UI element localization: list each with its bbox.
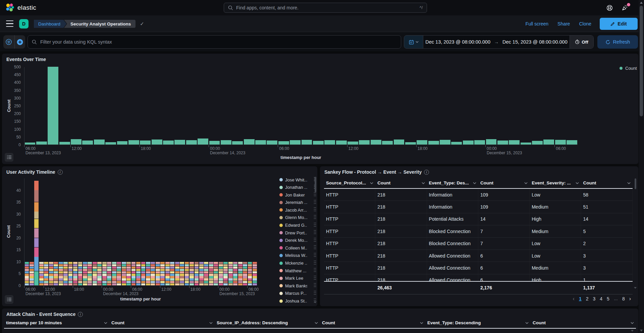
table-scroll-down-icon[interactable] (631, 330, 634, 332)
drag-handle-icon[interactable] (314, 192, 316, 198)
global-search-input[interactable]: Find apps, content, and more. ^/ (224, 3, 427, 13)
drag-handle-icon[interactable] (314, 200, 316, 206)
column-header[interactable]: Count (320, 318, 425, 328)
help-icon[interactable] (606, 4, 613, 11)
column-header[interactable]: Source_Protocol... (324, 178, 375, 188)
drag-handle-icon[interactable] (314, 245, 316, 251)
column-header[interactable]: timestamp per 10 minutes (4, 318, 109, 328)
drag-handle-icon[interactable] (314, 230, 316, 236)
legend-toggle-button[interactable] (5, 153, 13, 162)
scroll-down-icon[interactable] (640, 330, 643, 332)
chevron-down-icon[interactable] (576, 182, 579, 184)
chevron-down-icon[interactable] (209, 322, 213, 324)
scroll-up-icon[interactable] (640, 2, 643, 4)
kql-filter-input[interactable]: Filter your data using KQL syntax (28, 35, 401, 49)
check-icon[interactable]: ✓ (140, 21, 144, 27)
drag-handle-icon[interactable] (314, 215, 316, 221)
legend-item-user[interactable]: Mark Banks (279, 283, 316, 288)
legend-item-user[interactable]: Jacob Arr... (279, 208, 316, 212)
legend-item-user[interactable]: Marcus P... (279, 291, 316, 296)
legend-item-user[interactable]: Colleen M... (279, 245, 316, 250)
column-header[interactable]: Source_IP_Address: Descending (215, 318, 320, 328)
info-icon[interactable]: i (58, 170, 63, 175)
legend-item-user[interactable]: Melissa W... (279, 253, 316, 258)
legend-scroll-down-icon[interactable] (314, 301, 317, 303)
chevron-down-icon[interactable] (104, 322, 107, 324)
legend-item-user[interactable]: Derek Mo... (279, 238, 316, 243)
legend-scrollbar-thumb[interactable] (315, 177, 316, 192)
chevron-down-icon[interactable] (370, 182, 373, 184)
legend-item-user[interactable]: Matthew ... (279, 268, 316, 273)
add-filter-icon[interactable] (14, 35, 25, 49)
news-feed-icon[interactable] (621, 4, 629, 11)
chevron-down-icon[interactable] (420, 322, 423, 324)
chevron-down-icon[interactable] (473, 182, 476, 184)
share-link[interactable]: Share (557, 21, 570, 26)
date-to[interactable]: Dec 15, 2023 @ 08:00:00.000 (502, 39, 568, 45)
legend-item-user[interactable]: Jeremiah ... (279, 200, 316, 205)
legend-toggle-button[interactable] (5, 295, 13, 304)
chart-bar (451, 142, 462, 145)
legend-item-user[interactable]: Mckenzie ... (279, 261, 316, 266)
refresh-button[interactable]: Refresh (597, 35, 638, 49)
pagination-next[interactable]: › (629, 296, 631, 302)
pagination-page-4[interactable]: 4 (600, 296, 602, 301)
chevron-down-icon[interactable] (525, 322, 529, 324)
column-header[interactable]: Count (531, 318, 636, 328)
chevron-down-icon[interactable] (627, 182, 631, 184)
drag-handle-icon[interactable] (314, 283, 316, 289)
column-header[interactable]: Count (478, 178, 530, 188)
edit-button[interactable]: Edit (600, 18, 638, 30)
pagination-prev[interactable]: ‹ (573, 296, 575, 302)
column-header[interactable]: Event_Type: Des... (427, 178, 478, 188)
legend-item-count[interactable]: Count (620, 66, 637, 71)
auto-refresh-toggle[interactable]: Off (570, 36, 593, 48)
drag-handle-icon[interactable] (314, 260, 316, 266)
legend-item-user[interactable]: Edward G... (279, 223, 316, 228)
legend-item-user[interactable]: Drew Port... (279, 230, 316, 235)
chevron-down-icon[interactable] (631, 322, 634, 324)
legend-item-user[interactable]: Joshua St... (279, 299, 316, 303)
legend-item-user[interactable]: Jonathan ... (279, 185, 316, 190)
pagination-page-8[interactable]: 8 (622, 296, 625, 301)
date-from[interactable]: Dec 13, 2023 @ 08:00:00.000 (425, 39, 490, 45)
elastic-logo-area[interactable]: elastic (5, 3, 36, 12)
page-scrollbar[interactable] (639, 0, 644, 333)
calendar-menu-button[interactable] (404, 36, 423, 48)
table-scrollbar-thumb[interactable] (635, 178, 636, 189)
column-header[interactable]: Count (109, 318, 215, 328)
chevron-down-icon[interactable] (524, 182, 528, 184)
pagination-page-1[interactable]: 1 (579, 296, 582, 301)
legend-item-user[interactable]: Jon Baker (279, 192, 316, 197)
drag-handle-icon[interactable] (314, 268, 316, 274)
saved-query-menu-icon[interactable] (3, 35, 14, 49)
drag-handle-icon[interactable] (314, 290, 316, 296)
drag-handle-icon[interactable] (314, 237, 316, 243)
table-scroll-down-icon[interactable] (634, 287, 637, 289)
clone-link[interactable]: Clone (579, 21, 591, 26)
drag-handle-icon[interactable] (314, 222, 316, 228)
info-icon[interactable]: i (78, 312, 83, 317)
column-header[interactable]: Event_Severity: ... (530, 178, 581, 188)
full-screen-link[interactable]: Full screen (526, 21, 548, 26)
pagination-page-2[interactable]: 2 (586, 296, 589, 301)
legend-item-user[interactable]: Glenn Mo... (279, 215, 316, 220)
pagination-page-3[interactable]: 3 (593, 296, 595, 301)
drag-handle-icon[interactable] (314, 253, 316, 259)
column-header[interactable]: Count (581, 178, 632, 188)
legend-item-user[interactable]: Jose Whit... (279, 177, 316, 182)
legend-dot (279, 246, 283, 249)
menu-icon[interactable] (6, 20, 13, 27)
drag-handle-icon[interactable] (314, 275, 316, 281)
chevron-down-icon[interactable] (422, 182, 425, 184)
pagination-page-5[interactable]: 5 (607, 296, 609, 301)
column-header[interactable]: Count (375, 178, 427, 188)
breadcrumb-dashboard[interactable]: Dashboard (34, 20, 66, 28)
scrollbar-thumb[interactable] (640, 6, 643, 116)
column-header[interactable]: Event_Type: Descending (425, 318, 531, 328)
chevron-down-icon[interactable] (315, 322, 318, 324)
space-badge[interactable]: D (19, 19, 29, 29)
drag-handle-icon[interactable] (314, 207, 316, 213)
legend-item-user[interactable]: Mark Lee (279, 276, 316, 281)
info-icon[interactable]: i (424, 170, 429, 175)
